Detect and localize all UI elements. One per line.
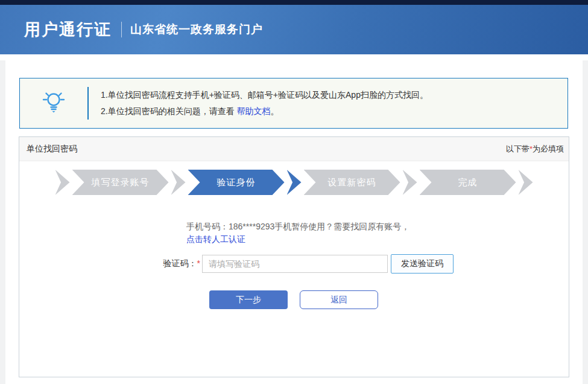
action-buttons-row: 下一步 返回 [209, 290, 569, 309]
tip-icon-wrap [20, 89, 87, 117]
step-indicator: 填写登录账号 验证身份 设置新密码 完成 [55, 170, 533, 195]
step-label: 设置新密码 [304, 170, 400, 195]
tip-box: 1.单位找回密码流程支持手机+验证码、邮箱号+验证码以及爱山东App扫脸的方式找… [19, 78, 568, 129]
verification-code-row: 验证码：* 发送验证码 [19, 254, 569, 274]
content-wrapper: 1.单位找回密码流程支持手机+验证码、邮箱号+验证码以及爱山东App扫脸的方式找… [5, 60, 583, 384]
tip-line-1: 1.单位找回密码流程支持手机+验证码、邮箱号+验证码以及爱山东App扫脸的方式找… [101, 87, 428, 103]
page-area: 1.单位找回密码流程支持手机+验证码、邮箱号+验证码以及爱山东App扫脸的方式找… [0, 60, 588, 384]
chevron-icon [519, 170, 533, 195]
chevron-icon [171, 170, 186, 195]
lightbulb-icon [41, 89, 66, 117]
leading-chevron-icon [55, 170, 70, 195]
code-required-star: * [197, 258, 200, 268]
tip-text: 1.单位找回密码流程支持手机+验证码、邮箱号+验证码以及爱山东App扫脸的方式找… [89, 87, 428, 120]
chevron-icon [287, 170, 302, 195]
brand-divider [121, 22, 122, 37]
password-recovery-panel: 单位找回密码 以下带*为必填项 填写登录账号 验证身份 设置新密码 [19, 136, 569, 377]
help-doc-link[interactable]: 帮助文档 [237, 106, 271, 116]
step-label: 填写登录账号 [72, 170, 169, 195]
next-step-button[interactable]: 下一步 [209, 290, 288, 309]
panel-titlebar: 单位找回密码 以下带*为必填项 [19, 137, 569, 161]
brand-title: 用户通行证 [24, 19, 112, 40]
required-note: 以下带*为必填项 [506, 144, 564, 155]
code-label: 验证码：* [19, 258, 200, 269]
site-header: 用户通行证 山东省统一政务服务门户 [0, 5, 588, 54]
step-set-new-password: 设置新密码 [304, 170, 417, 195]
manual-verify-link[interactable]: 点击转人工认证 [186, 234, 245, 244]
step-fill-account: 填写登录账号 [72, 170, 186, 195]
phone-number-notice: 手机号码：186****9293手机暂停使用？需要找回原有账号，点击转人工认证 [186, 220, 413, 246]
header-gap [0, 54, 588, 60]
tip-line-2: 2.单位找回密码的相关问题，请查看 帮助文档。 [101, 103, 428, 120]
panel-title: 单位找回密码 [27, 144, 77, 155]
step-verify-identity: 验证身份 [188, 170, 302, 195]
top-navy-strip [0, 0, 588, 5]
back-button[interactable]: 返回 [300, 290, 378, 309]
portal-title: 山东省统一政务服务门户 [130, 22, 263, 37]
verification-code-input[interactable] [202, 255, 388, 273]
send-code-button[interactable]: 发送验证码 [391, 254, 454, 274]
step-complete: 完成 [420, 170, 533, 195]
step-label: 验证身份 [188, 170, 285, 195]
step-label: 完成 [420, 170, 516, 195]
chevron-icon [403, 170, 417, 195]
